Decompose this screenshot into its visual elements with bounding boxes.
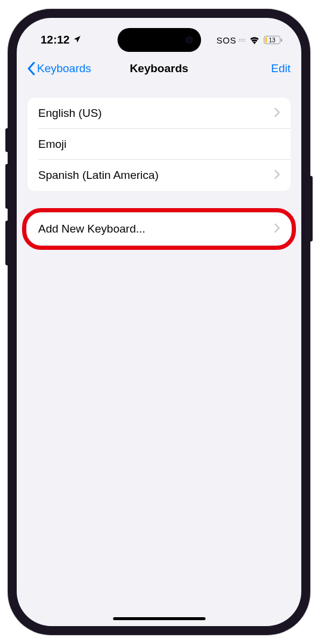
keyboard-row-english[interactable]: English (US) — [27, 98, 291, 129]
chevron-right-icon — [274, 170, 280, 181]
edit-button[interactable]: Edit — [271, 62, 291, 75]
wifi-icon — [249, 36, 260, 44]
battery-percent: 13 — [268, 37, 275, 44]
back-button[interactable]: Keyboards — [27, 62, 91, 75]
chevron-right-icon — [274, 108, 280, 119]
keyboard-row-emoji[interactable]: Emoji — [27, 129, 291, 160]
add-new-keyboard-button[interactable]: Add New Keyboard... — [27, 213, 291, 244]
page-title: Keyboards — [129, 62, 188, 75]
keyboard-label: English (US) — [38, 107, 102, 120]
chevron-right-icon — [274, 224, 280, 235]
location-icon — [73, 33, 81, 47]
keyboard-label: Emoji — [38, 138, 67, 151]
dots-icon — [239, 39, 245, 42]
add-keyboard-group: Add New Keyboard... — [27, 213, 291, 244]
dynamic-island — [118, 28, 201, 52]
screen: 12:12 SOS 1 — [17, 18, 301, 626]
keyboard-label: Spanish (Latin America) — [38, 169, 159, 182]
keyboard-row-spanish[interactable]: Spanish (Latin America) — [27, 160, 291, 191]
battery-indicator: 13 — [264, 36, 282, 44]
nav-bar: Keyboards Keyboards Edit — [17, 54, 301, 83]
status-time: 12:12 — [41, 33, 70, 47]
add-keyboard-label: Add New Keyboard... — [38, 222, 146, 236]
home-indicator[interactable] — [113, 617, 205, 620]
content-area: English (US) Emoji Spanish (Latin Americ… — [17, 83, 301, 244]
phone-frame: 12:12 SOS 1 — [8, 9, 310, 635]
keyboards-list: English (US) Emoji Spanish (Latin Americ… — [27, 98, 291, 191]
sos-indicator: SOS — [217, 35, 236, 45]
back-label: Keyboards — [37, 62, 91, 75]
